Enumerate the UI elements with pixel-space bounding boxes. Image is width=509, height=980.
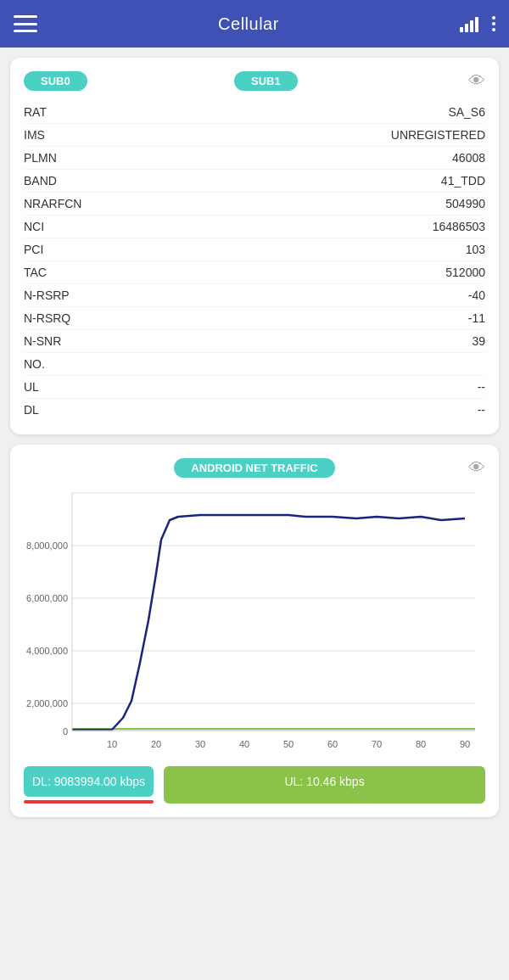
svg-text:10: 10 <box>107 739 117 749</box>
sub1-tab[interactable]: SUB1 <box>234 71 298 91</box>
row-label: PCI <box>24 243 109 256</box>
chart-card: ANDROID NET TRAFFIC 👁 0 2,000,000 4,000,… <box>10 445 499 817</box>
row-value: 103 <box>466 243 485 256</box>
sub0-tab[interactable]: SUB0 <box>24 71 87 91</box>
svg-text:8,000,000: 8,000,000 <box>26 540 68 551</box>
svg-text:80: 80 <box>416 739 426 749</box>
main-content: SUB0 SUB1 👁 RATSA_S6IMSUNREGISTEREDPLMN4… <box>0 48 509 827</box>
table-row: TAC512000 <box>24 261 485 284</box>
row-label: N-RSRP <box>24 288 109 302</box>
table-row: PCI103 <box>24 238 485 261</box>
table-row: NO. <box>24 353 485 376</box>
svg-text:50: 50 <box>283 739 294 749</box>
stats-row: DL: 9083994.00 kbps UL: 10.46 kbps <box>24 766 485 804</box>
row-label: NO. <box>24 357 109 371</box>
table-row: IMSUNREGISTERED <box>24 124 485 147</box>
chart-svg: 0 2,000,000 4,000,000 6,000,000 8,000,00… <box>24 484 485 756</box>
row-value: -- <box>478 403 485 417</box>
row-label: RAT <box>24 105 109 119</box>
header-icons <box>460 15 495 32</box>
svg-text:4,000,000: 4,000,000 <box>26 646 68 656</box>
row-value: 512000 <box>445 266 485 279</box>
chart-title-row: ANDROID NET TRAFFIC 👁 <box>24 458 485 478</box>
table-row: N-RSRQ-11 <box>24 307 485 330</box>
row-value: SA_S6 <box>448 105 485 119</box>
svg-text:20: 20 <box>151 739 161 749</box>
chart-container: 0 2,000,000 4,000,000 6,000,000 8,000,00… <box>24 484 485 756</box>
row-value: -40 <box>468 288 485 302</box>
app-header: Cellular <box>0 0 509 48</box>
row-value: 39 <box>472 334 485 348</box>
table-row: N-SNR39 <box>24 330 485 353</box>
sim-info-card: SUB0 SUB1 👁 RATSA_S6IMSUNREGISTEREDPLMN4… <box>10 58 499 434</box>
chart-title-badge: ANDROID NET TRAFFIC <box>174 458 335 478</box>
svg-text:60: 60 <box>327 739 338 749</box>
row-label: BAND <box>24 174 109 188</box>
table-row: BAND41_TDD <box>24 170 485 193</box>
row-label: UL <box>24 380 109 394</box>
table-row: NCI16486503 <box>24 216 485 238</box>
svg-text:90: 90 <box>460 739 470 749</box>
table-row: PLMN46008 <box>24 147 485 170</box>
row-label: TAC <box>24 266 109 279</box>
row-label: DL <box>24 403 109 417</box>
table-row: RATSA_S6 <box>24 101 485 124</box>
signal-icon <box>460 15 478 32</box>
row-value: -11 <box>468 311 485 325</box>
row-label: NRARFCN <box>24 197 109 210</box>
table-row: DL-- <box>24 399 485 421</box>
svg-text:30: 30 <box>195 739 205 749</box>
table-row: NRARFCN504990 <box>24 193 485 216</box>
page-title: Cellular <box>37 14 460 34</box>
data-rows-container: RATSA_S6IMSUNREGISTEREDPLMN46008BAND41_T… <box>24 101 485 421</box>
svg-text:2,000,000: 2,000,000 <box>26 698 68 708</box>
table-row: UL-- <box>24 376 485 399</box>
row-label: NCI <box>24 220 109 233</box>
chart-visibility-icon[interactable]: 👁 <box>468 458 485 478</box>
row-label: PLMN <box>24 151 109 165</box>
svg-text:70: 70 <box>372 739 382 749</box>
dl-underline <box>24 800 154 804</box>
svg-text:6,000,000: 6,000,000 <box>26 593 68 603</box>
menu-icon[interactable] <box>14 15 37 32</box>
row-value: -- <box>478 380 485 394</box>
row-value: 16486503 <box>433 220 485 233</box>
row-value: 41_TDD <box>441 174 485 188</box>
row-value: UNREGISTERED <box>391 128 485 142</box>
table-row: N-RSRP-40 <box>24 284 485 307</box>
row-label: N-SNR <box>24 334 109 348</box>
svg-text:40: 40 <box>239 739 249 749</box>
row-label: N-RSRQ <box>24 311 109 325</box>
row-value: 504990 <box>445 197 485 210</box>
svg-text:0: 0 <box>63 726 68 736</box>
ul-stat-label: UL: 10.46 kbps <box>164 766 485 804</box>
dl-stat: DL: 9083994.00 kbps <box>24 766 154 804</box>
dl-stat-label: DL: 9083994.00 kbps <box>24 766 154 797</box>
row-value: 46008 <box>452 151 485 165</box>
row-label: IMS <box>24 128 109 142</box>
more-icon[interactable] <box>492 16 495 31</box>
visibility-icon[interactable]: 👁 <box>468 71 485 91</box>
sim-tabs: SUB0 SUB1 👁 <box>24 71 485 91</box>
